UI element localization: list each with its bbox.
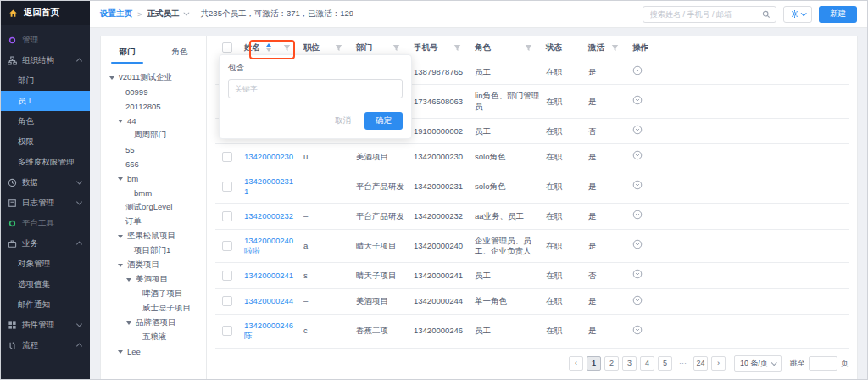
row-checkbox[interactable]	[222, 182, 232, 192]
tree-node[interactable]: 44	[104, 114, 203, 128]
tree-node[interactable]: 五粮液	[104, 330, 203, 344]
chevron-down-icon[interactable]	[183, 10, 189, 16]
filter-funnel-icon[interactable]	[283, 44, 291, 52]
row-actions-button[interactable]	[632, 65, 643, 75]
tree-node[interactable]: 55	[104, 142, 203, 157]
last-page-button[interactable]: 24	[693, 356, 708, 371]
sidebar-item-platform-tools[interactable]: 平台工具	[1, 213, 90, 233]
cell-name[interactable]: 13420000231-1	[244, 170, 303, 204]
filter-funnel-icon[interactable]	[453, 44, 461, 52]
row-actions-button[interactable]	[632, 325, 643, 335]
row-actions-button[interactable]	[632, 180, 643, 190]
cell-name[interactable]: 13420000240啦啦	[244, 230, 303, 263]
row-checkbox[interactable]	[222, 211, 232, 221]
tree-node[interactable]: 周周部门	[104, 128, 203, 142]
row-checkbox[interactable]	[222, 152, 232, 162]
page-button-4[interactable]: 4	[640, 356, 654, 371]
sort-icon[interactable]	[266, 43, 271, 52]
tree-expand-caret-icon[interactable]	[109, 76, 114, 80]
tree-node[interactable]: 品牌酒项目	[104, 316, 203, 330]
sidebar-item-mail-notify[interactable]: 邮件通知	[1, 294, 90, 315]
tree-node[interactable]: 威士忌子项目	[104, 301, 203, 316]
search-icon[interactable]	[762, 10, 771, 19]
sidebar-item-object-manage[interactable]: 对象管理	[1, 254, 90, 274]
filter-funnel-icon[interactable]	[525, 44, 532, 52]
tree-expand-caret-icon[interactable]	[118, 177, 123, 181]
sidebar-item-business[interactable]: 业务	[1, 233, 90, 254]
breadcrumb-settings-home[interactable]: 设置主页	[100, 8, 132, 20]
create-new-button[interactable]: 新建	[819, 6, 857, 23]
tree-node[interactable]: 坚果松鼠项目	[104, 229, 203, 243]
breadcrumb-current[interactable]: 正式员工	[147, 8, 180, 20]
row-actions-button[interactable]	[632, 239, 643, 249]
filter-confirm-button[interactable]: 确定	[364, 112, 403, 130]
tree-tab-角色[interactable]: 角色	[153, 40, 206, 64]
tree-node[interactable]: 啤酒子项目	[104, 287, 203, 301]
tree-tab-部门[interactable]: 部门	[101, 40, 153, 64]
tree-node[interactable]: 订单	[104, 215, 203, 229]
tree-expand-caret-icon[interactable]	[126, 321, 131, 325]
tree-node[interactable]: Lee	[104, 344, 203, 359]
tree-node[interactable]: v2011测试企业	[104, 70, 203, 85]
cell-name[interactable]: 13420000241	[244, 265, 303, 287]
tree-node[interactable]: 酒类项目	[104, 258, 203, 272]
tree-node[interactable]: 20112805	[104, 99, 203, 114]
row-actions-button[interactable]	[632, 269, 643, 279]
settings-gear-button[interactable]	[783, 6, 812, 23]
row-actions-button[interactable]	[632, 150, 643, 160]
row-actions-button[interactable]	[632, 210, 643, 220]
sidebar-item-org-structure[interactable]: 组织结构	[1, 50, 90, 70]
sidebar-item-employee[interactable]: 员工	[1, 91, 90, 111]
filter-keyword-input[interactable]	[228, 79, 403, 98]
prev-page-button[interactable]: ‹	[569, 356, 583, 371]
sidebar-item-log-manage[interactable]: 日志管理	[1, 193, 90, 213]
filter-funnel-icon[interactable]	[392, 44, 400, 52]
page-button-5[interactable]: 5	[658, 356, 672, 371]
sidebar-item-option-set[interactable]: 选项值集	[1, 274, 90, 294]
sidebar-item-role[interactable]: 角色	[1, 111, 90, 131]
sidebar-item-manage[interactable]: 管理	[1, 30, 90, 50]
row-actions-button[interactable]	[632, 295, 643, 305]
select-all-checkbox[interactable]	[222, 42, 232, 53]
sidebar-item-permission[interactable]: 权限	[1, 131, 90, 152]
sidebar-item-plugin-manage[interactable]: 插件管理	[1, 315, 90, 335]
sidebar-item-multi-dim-permission[interactable]: 多维度权限管理	[1, 152, 90, 172]
filter-funnel-icon[interactable]	[335, 44, 342, 52]
tree-expand-caret-icon[interactable]	[118, 350, 123, 354]
page-button-3[interactable]: 3	[622, 356, 637, 371]
search-box[interactable]	[643, 6, 776, 23]
tree-node[interactable]: bm	[104, 171, 203, 186]
row-checkbox[interactable]	[222, 271, 232, 281]
tree-expand-caret-icon[interactable]	[118, 235, 123, 238]
tree-node[interactable]: 666	[104, 157, 203, 171]
jump-page-input[interactable]	[809, 356, 837, 371]
cell-name[interactable]: 13420000232	[244, 205, 303, 227]
tree-node[interactable]: 测试orgLevel	[104, 200, 203, 215]
search-input[interactable]	[648, 9, 762, 20]
page-button-2[interactable]: 2	[604, 356, 619, 371]
page-size-select[interactable]: 10 条/页	[734, 355, 782, 372]
tree-expand-caret-icon[interactable]	[118, 120, 123, 123]
sidebar-item-data[interactable]: 数据	[1, 172, 90, 193]
sidebar-item-process[interactable]: 流程	[1, 335, 90, 355]
filter-cancel-button[interactable]: 取消	[330, 115, 356, 127]
back-home[interactable]: 返回首页	[1, 1, 90, 25]
row-actions-button[interactable]	[632, 95, 643, 105]
cell-name[interactable]: 13420000230	[244, 146, 303, 168]
next-page-button[interactable]: ›	[711, 356, 726, 371]
tree-node[interactable]: bmm	[104, 186, 203, 200]
cell-name[interactable]: 13420000244	[244, 290, 303, 312]
tree-expand-caret-icon[interactable]	[118, 264, 123, 267]
row-actions-button[interactable]	[632, 125, 643, 135]
row-checkbox[interactable]	[222, 326, 232, 336]
row-checkbox[interactable]	[222, 241, 232, 251]
tree-node[interactable]: 美酒项目	[104, 272, 203, 287]
tree-expand-caret-icon[interactable]	[126, 278, 131, 282]
page-button-1[interactable]: 1	[587, 356, 601, 371]
row-checkbox[interactable]	[222, 296, 232, 306]
cell-name[interactable]: 13420000246陈	[244, 315, 303, 348]
tree-node[interactable]: 项目部门1	[104, 243, 203, 258]
tree-node[interactable]: 00999	[104, 85, 203, 99]
sidebar-item-department[interactable]: 部门	[1, 70, 90, 91]
filter-funnel-icon[interactable]	[611, 44, 619, 52]
